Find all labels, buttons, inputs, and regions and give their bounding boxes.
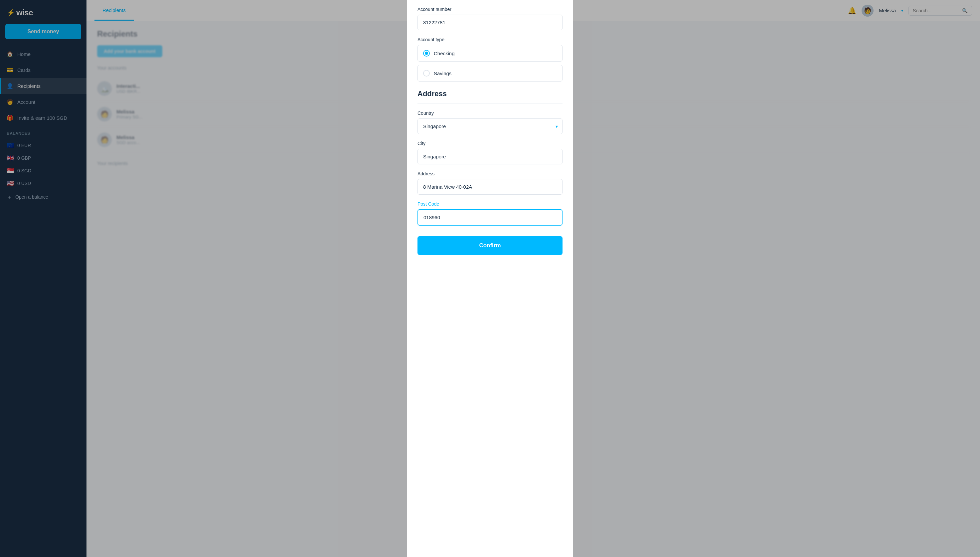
savings-label: Savings (434, 70, 452, 76)
radio-circle-checking (423, 50, 430, 57)
main-content: Recipients 🔔 🧑 Melissa ▾ 🔍 Recipients Ad… (86, 0, 980, 557)
country-label: Country (418, 111, 562, 116)
account-number-input[interactable] (418, 15, 562, 30)
account-type-label: Account type (418, 37, 562, 42)
radio-circle-savings (423, 70, 430, 77)
radio-checking[interactable]: Checking (418, 45, 562, 62)
account-number-label: Account number (418, 7, 562, 12)
address-group: Address (418, 171, 562, 195)
city-label: City (418, 141, 562, 146)
modal-overlay: Account number Account type Checking Sav… (86, 0, 980, 557)
address-divider (418, 103, 562, 104)
address-label: Address (418, 171, 562, 176)
country-group: Country Singapore United States United K… (418, 111, 562, 134)
account-type-group: Account type Checking Savings (418, 37, 562, 81)
modal-body: Account number Account type Checking Sav… (407, 7, 573, 268)
city-input[interactable] (418, 149, 562, 164)
country-select-wrapper: Singapore United States United Kingdom A… (418, 119, 562, 134)
address-input[interactable] (418, 179, 562, 195)
postcode-group: Post Code (418, 201, 562, 226)
country-select[interactable]: Singapore United States United Kingdom A… (418, 119, 562, 134)
postcode-label: Post Code (418, 201, 562, 207)
confirm-button[interactable]: Confirm (418, 236, 562, 255)
account-number-group: Account number (418, 7, 562, 30)
modal: Account number Account type Checking Sav… (407, 0, 573, 557)
address-title: Address (418, 90, 562, 98)
radio-savings[interactable]: Savings (418, 65, 562, 81)
city-group: City (418, 141, 562, 164)
postcode-input[interactable] (418, 209, 562, 226)
checking-label: Checking (434, 50, 455, 56)
